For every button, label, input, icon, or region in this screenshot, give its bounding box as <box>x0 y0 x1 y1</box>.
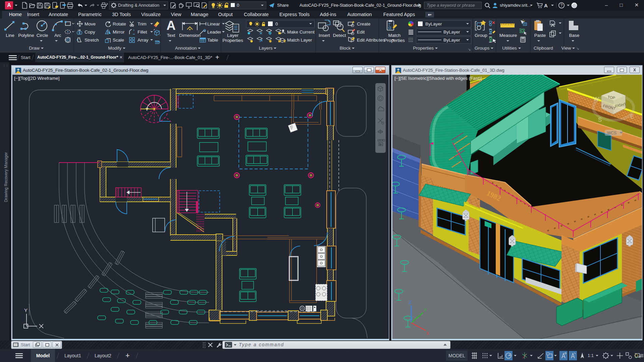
svg-text:Y: Y <box>424 307 427 312</box>
svg-text:X: X <box>426 331 429 336</box>
svg-text:W: W <box>593 96 599 102</box>
svg-text:E: E <box>630 113 634 120</box>
svg-text:[−][SE Isometric][Shaded with: [−][SE Isometric][Shaded with edges (Fas… <box>394 76 482 81</box>
svg-text:WCS: WCS <box>607 131 616 135</box>
svg-text:Y: Y <box>24 307 28 313</box>
svg-text:S: S <box>598 117 602 123</box>
svg-text:Z: Z <box>409 300 412 305</box>
svg-text:[−][Top][2D Wireframe]: [−][Top][2D Wireframe] <box>14 76 59 81</box>
